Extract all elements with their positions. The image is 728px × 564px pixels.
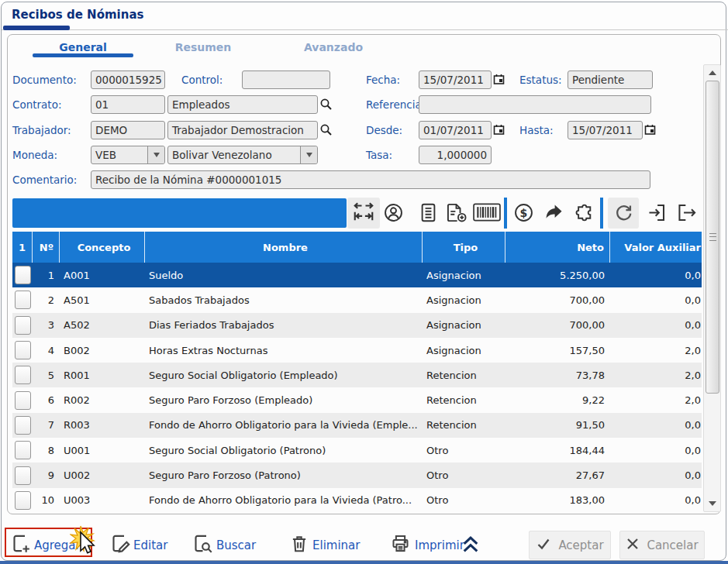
control-label: Control: — [181, 74, 223, 86]
documento-field[interactable]: 0000015925 — [91, 70, 165, 89]
trabajador-name-field[interactable]: Trabajador Demostracion — [167, 121, 318, 139]
column-header-tipo[interactable]: Tipo — [423, 232, 505, 263]
table-cell: Sabados Trabajados — [145, 287, 423, 312]
user-icon[interactable] — [383, 202, 404, 223]
row-select-checkbox[interactable] — [15, 291, 31, 309]
row-select-checkbox[interactable] — [15, 266, 31, 284]
table-row[interactable]: 2A501Sabados TrabajadosAsignacion700,000… — [12, 287, 702, 312]
table-row[interactable]: 10U003Fondo de Ahorro Obligatorio para l… — [12, 488, 702, 513]
table-row[interactable]: 6R002Seguro Paro Forzoso (Empleado)Reten… — [12, 387, 702, 412]
contrato-name-field[interactable]: Empleados — [167, 95, 318, 114]
printer-icon[interactable] — [390, 533, 411, 554]
scrollbar-thumb[interactable] — [706, 81, 719, 394]
table-row[interactable]: 3A502Dias Feriados TrabajadosAsignacion7… — [12, 313, 702, 338]
trabajador-code-field[interactable]: DEMO — [91, 121, 165, 139]
moneda-name-select[interactable]: Bolivar Venezolano — [167, 146, 318, 164]
table-cell: Asignacion — [423, 338, 505, 363]
table-row[interactable]: 5R001Seguro Social Obligatorio (Empleado… — [12, 363, 702, 387]
contrato-code-field[interactable]: 01 — [91, 95, 165, 114]
chevron-down-icon[interactable] — [147, 146, 164, 163]
column-header-numero[interactable]: Nº — [33, 232, 60, 263]
fecha-field[interactable]: 15/07/2011 — [419, 70, 492, 89]
moneda-code-select[interactable]: VEB — [91, 146, 165, 164]
table-cell: Seguro Paro Forzoso (Empleado) — [145, 387, 423, 412]
row-select-checkbox[interactable] — [15, 316, 31, 335]
hasta-calendar-icon[interactable] — [644, 124, 656, 136]
control-field[interactable] — [242, 70, 330, 89]
row-select-checkbox[interactable] — [15, 366, 31, 384]
desde-calendar-icon[interactable] — [493, 124, 505, 136]
document-add-icon[interactable] — [445, 202, 468, 223]
column-header-nombre[interactable]: Nombre — [145, 232, 423, 263]
tab-avanzado[interactable]: Avanzado — [271, 41, 395, 53]
table-row[interactable]: 1A001SueldoAsignacion5.250,000,0 — [12, 263, 702, 287]
table-cell: Fondo de Ahorro Obligatorio para la Vivi… — [145, 413, 423, 438]
row-select-cell — [12, 263, 33, 287]
column-header-concepto[interactable]: Concepto — [60, 232, 145, 263]
row-select-checkbox[interactable] — [15, 391, 31, 410]
forward-icon[interactable] — [543, 202, 565, 223]
referencia-field[interactable] — [419, 95, 651, 114]
tab-resumen[interactable]: Resumen — [141, 41, 265, 53]
tasa-field[interactable]: 1,000000 — [419, 146, 492, 164]
table-cell: 184,44 — [505, 438, 610, 463]
plugin-icon[interactable] — [573, 202, 596, 223]
editar-button[interactable]: Editar — [133, 538, 167, 552]
contrato-search-icon[interactable] — [319, 98, 333, 111]
aceptar-button[interactable]: Aceptar — [529, 531, 611, 559]
toolbar-blue-band — [12, 198, 347, 228]
eliminar-button[interactable]: Eliminar — [312, 538, 360, 552]
vertical-scrollbar[interactable] — [703, 64, 721, 512]
column-header-select[interactable]: 1 — [12, 232, 33, 263]
table-cell: 700,00 — [505, 313, 610, 338]
currency-icon[interactable]: $ — [513, 202, 534, 223]
table-cell: 2,0 — [610, 387, 702, 412]
table-row[interactable]: 4B002Horas Extras NocturnasAsignacion157… — [12, 338, 702, 363]
row-select-checkbox[interactable] — [15, 341, 31, 359]
table-cell: 10 — [33, 488, 60, 513]
column-header-valor-auxiliar[interactable]: Valor Auxiliar — [610, 232, 702, 263]
documento-label: Documento: — [12, 74, 77, 86]
svg-text:$: $ — [520, 207, 528, 219]
buscar-button[interactable]: Buscar — [216, 538, 256, 552]
table-cell: Seguro Paro Forzoso (Patrono) — [145, 463, 423, 487]
collapse-panel-icon[interactable] — [459, 535, 482, 555]
table-row[interactable]: 9U002Seguro Paro Forzoso (Patrono)Otro27… — [12, 463, 702, 487]
table-row[interactable]: 7R003Fondo de Ahorro Obligatorio para la… — [12, 413, 702, 438]
background-strip — [0, 561, 728, 564]
trash-icon[interactable] — [289, 533, 309, 554]
refresh-button[interactable] — [608, 198, 639, 229]
scroll-down-icon[interactable] — [704, 497, 720, 511]
imprimir-button[interactable]: Imprimir — [415, 538, 464, 552]
barcode-icon[interactable] — [473, 202, 501, 222]
table-cell: 8 — [33, 438, 60, 463]
cancelar-button[interactable]: Cancelar — [619, 531, 705, 559]
fecha-calendar-icon[interactable] — [493, 74, 505, 85]
title-active-indicator — [3, 26, 70, 30]
chevron-down-icon[interactable] — [300, 146, 317, 163]
comentario-field[interactable]: Recibo de la Nómina #0000001015 — [91, 170, 650, 189]
add-icon[interactable] — [11, 533, 32, 554]
row-select-cell — [12, 313, 33, 338]
row-select-checkbox[interactable] — [15, 491, 31, 510]
hasta-field[interactable]: 15/07/2011 — [568, 121, 643, 139]
trabajador-search-icon[interactable] — [319, 123, 333, 136]
import-icon[interactable] — [646, 202, 668, 223]
desde-field[interactable]: 01/07/2011 — [419, 121, 492, 139]
tab-general[interactable]: General — [21, 41, 145, 53]
table-cell: U003 — [60, 488, 145, 513]
table-cell: 7 — [33, 413, 60, 438]
row-select-checkbox[interactable] — [15, 416, 31, 435]
table-row[interactable]: 8U001Seguro Social Obligatorio (Patrono)… — [12, 438, 702, 463]
column-header-neto[interactable]: Neto — [505, 232, 610, 263]
expand-columns-button[interactable] — [347, 198, 380, 229]
search-icon[interactable] — [192, 533, 213, 554]
scroll-up-icon[interactable] — [704, 66, 720, 80]
row-select-checkbox[interactable] — [15, 441, 31, 459]
export-icon[interactable] — [675, 202, 699, 223]
table-cell: 700,00 — [505, 287, 610, 312]
edit-icon[interactable] — [110, 533, 131, 554]
contrato-label: Contrato: — [12, 98, 61, 111]
document-icon[interactable] — [419, 202, 438, 223]
row-select-checkbox[interactable] — [15, 466, 31, 485]
